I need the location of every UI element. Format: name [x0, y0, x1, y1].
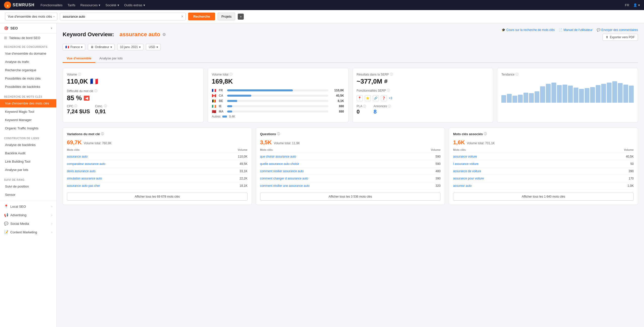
serp-more[interactable]: +3 [389, 96, 392, 100]
trend-bar-4 [524, 80, 528, 103]
tab-overview[interactable]: Vue d'ensemble [63, 54, 95, 63]
sidebar-item-position-tracking[interactable]: Suivi de position [0, 182, 56, 191]
vol-ie: 880 [330, 104, 344, 108]
sidebar-item-organic-insights[interactable]: Organic Traffic Insights [0, 124, 56, 132]
tab-batch[interactable]: Analyse par lots [95, 54, 127, 63]
kw-link[interactable]: que choisir assurance auto [260, 155, 296, 158]
kw-link[interactable]: comment résilier une assurance auto [260, 184, 310, 188]
sidebar-item-local-seo[interactable]: 📍 Local SEO › [0, 202, 56, 211]
sidebar-item-advertising[interactable]: 📢 Advertising › [0, 211, 56, 219]
sidebar-section-kw: RECHERCHE DE MOTS CLÉS Vue d'ensemble de… [0, 92, 56, 133]
export-pdf-button[interactable]: ⬆ Exporter vers PDF [602, 34, 638, 41]
serp-info-icon[interactable]: ⓘ [390, 72, 393, 77]
sidebar-item-social-media[interactable]: 💬 Social Media › [0, 219, 56, 228]
keyword-settings-icon[interactable]: ⚙ [162, 32, 166, 37]
kw-link[interactable]: comment changer d assurance auto [260, 177, 308, 180]
kw-link[interactable]: assurance voiture [453, 155, 477, 158]
conc-block: Conc. ⓘ 0,91 [95, 104, 107, 115]
sidebar-dashboard[interactable]: ⊞ Tableau de bord SEO [0, 33, 56, 42]
sidebar-item-backlink-possibilities[interactable]: Possibilités de backlinks [0, 83, 56, 91]
sidebar-item-batch-analysis[interactable]: Analyse par lots [0, 166, 56, 174]
feedback-link[interactable]: 💬 Envoyer des commentaires [597, 28, 638, 32]
associated-info[interactable]: ⓘ [484, 132, 487, 136]
kw-link[interactable]: quelle assurance auto choisir [260, 162, 299, 166]
sidebar-item-kw-manager[interactable]: Keyword Manager [0, 116, 56, 124]
kw-link[interactable]: assurance auto pas cher [67, 184, 100, 188]
annonces-info[interactable]: ⓘ [388, 104, 391, 108]
manual-link[interactable]: 📄 Manuel de l'utilisateur [559, 28, 593, 32]
kw-link[interactable]: assureur auto [453, 184, 471, 188]
volume-info-icon[interactable]: ⓘ [78, 72, 81, 77]
sidebar-item-backlink-analysis[interactable]: Analyse de backlinks [0, 141, 56, 149]
nav-tarifs[interactable]: Tarifs [67, 3, 75, 7]
nav-ressources[interactable]: Ressources ▾ [80, 3, 101, 7]
country-filter[interactable]: 🇫🇷 France ▾ [63, 44, 85, 50]
kw-link[interactable]: devis assurance auto [67, 169, 95, 173]
trend-bar-5 [529, 80, 534, 103]
nav-outils[interactable]: Outils extras ▾ [124, 3, 145, 7]
nav-fonctionnalites[interactable]: Fonctionnalités [41, 3, 62, 7]
trend-bar-15 [585, 80, 589, 103]
clear-icon[interactable]: × [181, 14, 183, 19]
sidebar-item-kw-magic[interactable]: Keyword Magic Tool [0, 107, 56, 116]
kw-link[interactable]: comparateur assurance auto [67, 162, 105, 166]
sidebar-item-link-building[interactable]: Link Building Tool [0, 157, 56, 166]
projects-button[interactable]: Projets [218, 13, 235, 20]
kw-link[interactable]: assurance auto [67, 155, 88, 158]
sidebar-item-domain-overview[interactable]: Vue d'ensemble du domaine [0, 49, 56, 58]
table-row: l assurance voiture50 [453, 160, 634, 168]
questions-info[interactable]: ⓘ [277, 132, 280, 136]
add-project-button[interactable]: + [238, 14, 244, 20]
advertising-icon: 📢 [4, 213, 8, 217]
tendance-info-icon[interactable]: ⓘ [515, 72, 518, 77]
vol-cell: 590 [411, 160, 441, 168]
sidebar-item-kw-overview[interactable]: Vue d'ensemble des mots clés [0, 99, 56, 107]
sidebar-item-organic-research[interactable]: Recherche organique [0, 66, 56, 74]
lang-selector[interactable]: FR [625, 3, 629, 7]
currency-filter[interactable]: USD ▾ [146, 44, 160, 50]
kw-associated-count-row: 1,6K Volume total: 701,1K [453, 139, 634, 146]
kw-link[interactable]: l assurance voiture [453, 162, 478, 166]
course-link[interactable]: 🎓 Cours sur la recherche de mots clés [502, 28, 555, 32]
serp-feature-question[interactable]: ❓ [381, 95, 387, 101]
tool-dropdown[interactable]: Vue d'ensemble des mots clés ▾ [5, 13, 57, 20]
kw-cell: l assurance voiture [453, 160, 590, 168]
serp-feature-star[interactable]: ⭐ [365, 95, 371, 101]
sidebar-item-content-marketing[interactable]: 📝 Content Marketing › [0, 228, 56, 236]
date-filter[interactable]: 10 janv. 2021 ▾ [117, 44, 143, 50]
difficulty-info-icon[interactable]: ⓘ [94, 89, 97, 93]
kw-cell: que choisir assurance auto [260, 153, 411, 160]
associated-col-kw: Mots clés [453, 148, 590, 153]
kw-link[interactable]: assurance de voiture [453, 169, 481, 173]
sidebar-item-backlink-audit[interactable]: Backlink Audit [0, 149, 56, 157]
pla-info[interactable]: ⓘ [363, 104, 366, 108]
difficulty-label: Difficulté du mot clé ⓘ [67, 89, 199, 93]
logo[interactable]: 🔥 SEMRUSH [4, 2, 34, 9]
questions-vol-total: Volume total: 11,9K [274, 141, 300, 145]
serp-feature-link[interactable]: 🔗 [373, 95, 379, 101]
nav-societe[interactable]: Société ▾ [105, 3, 119, 7]
show-all-variations-btn[interactable]: Afficher tous les 69 678 mots clés [67, 193, 248, 201]
sidebar-item-sensor[interactable]: Sensor [0, 191, 56, 199]
dropdown-chevron: ▾ [53, 15, 55, 18]
sidebar-seo-item[interactable]: 🎯 SEO ▾ [0, 23, 56, 33]
associated-count: 1,6K [453, 139, 465, 146]
search-button[interactable]: Recherche [188, 13, 215, 20]
kw-link[interactable]: comment resilier assurance auto [260, 169, 304, 173]
sidebar-item-kw-possibilities[interactable]: Possibilités de mots clés [0, 74, 56, 83]
show-all-questions-btn[interactable]: Afficher tous les 3 536 mots clés [260, 193, 441, 201]
serp-feature-location[interactable]: 📍 [357, 95, 363, 101]
conc-info-icon[interactable]: ⓘ [104, 104, 107, 108]
serp-features-info[interactable]: ⓘ [387, 88, 390, 93]
kw-link[interactable]: simulation assurance auto [67, 177, 102, 180]
vol-total-info-icon[interactable]: ⓘ [229, 72, 232, 77]
user-menu[interactable]: 👤 ▾ [633, 3, 640, 7]
show-all-associated-btn[interactable]: Afficher tous les 1 640 mots clés [453, 193, 634, 201]
sidebar-item-traffic-analysis[interactable]: Analyse du trafic [0, 58, 56, 66]
cpc-info-icon[interactable]: ⓘ [74, 104, 77, 108]
search-input[interactable] [60, 13, 185, 20]
device-filter[interactable]: 🖥 Ordinateur ▾ [88, 44, 115, 50]
serp-copy-icon[interactable]: 🗐 [384, 80, 388, 84]
variations-info[interactable]: ⓘ [101, 132, 104, 136]
kw-link[interactable]: assurance pour voiture [453, 177, 484, 180]
